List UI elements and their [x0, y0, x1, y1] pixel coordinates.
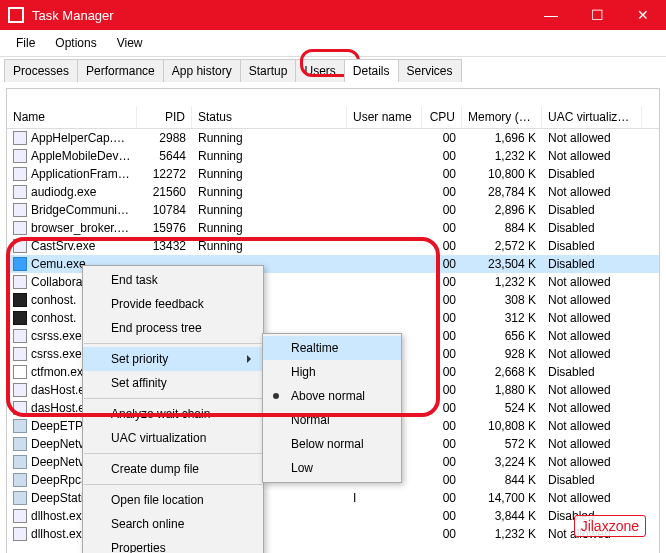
tab-services[interactable]: Services — [398, 59, 462, 82]
process-icon — [13, 131, 27, 145]
cell-uac: Disabled — [542, 509, 642, 523]
cell-mem: 23,504 K — [462, 257, 542, 271]
cell-uac: Disabled — [542, 203, 642, 217]
process-icon — [13, 293, 27, 307]
cm-properties[interactable]: Properties — [83, 536, 263, 553]
col-pid[interactable]: PID — [137, 106, 192, 128]
maximize-button[interactable]: ☐ — [574, 0, 620, 30]
cell-cpu: 00 — [422, 149, 462, 163]
priority-high[interactable]: High — [263, 360, 401, 384]
tab-performance[interactable]: Performance — [77, 59, 164, 82]
cell-cpu: 00 — [422, 383, 462, 397]
cell-status: Running — [192, 149, 347, 163]
cell-cpu: 00 — [422, 329, 462, 343]
tab-startup[interactable]: Startup — [240, 59, 297, 82]
col-cpu[interactable]: CPU — [422, 106, 462, 128]
table-row[interactable]: audiodg.exe21560Running0028,784 KNot all… — [7, 183, 659, 201]
cell-cpu: 00 — [422, 257, 462, 271]
cell-cpu: 00 — [422, 419, 462, 433]
cm-analyze[interactable]: Analyze wait chain — [83, 402, 263, 426]
cm-end-tree[interactable]: End process tree — [83, 316, 263, 340]
cm-provide-feedback[interactable]: Provide feedback — [83, 292, 263, 316]
priority-realtime[interactable]: Realtime — [263, 336, 401, 360]
cell-cpu: 00 — [422, 239, 462, 253]
cm-dump[interactable]: Create dump file — [83, 457, 263, 481]
cell-uac: Not allowed — [542, 401, 642, 415]
minimize-button[interactable]: — — [528, 0, 574, 30]
process-icon — [13, 275, 27, 289]
cell-mem: 14,700 K — [462, 491, 542, 505]
priority-below-normal[interactable]: Below normal — [263, 432, 401, 456]
cell-cpu: 00 — [422, 491, 462, 505]
cell-uac: Not allowed — [542, 329, 642, 343]
cell-pid: 5644 — [137, 149, 192, 163]
process-icon — [13, 221, 27, 235]
cm-separator — [84, 484, 262, 485]
menu-view[interactable]: View — [107, 32, 153, 54]
cell-uac: Disabled — [542, 257, 642, 271]
process-icon — [13, 491, 27, 505]
menu-file[interactable]: File — [6, 32, 45, 54]
titlebar: Task Manager — ☐ ✕ — [0, 0, 666, 30]
cell-uac: Not allowed — [542, 347, 642, 361]
cm-set-priority[interactable]: Set priority — [83, 347, 263, 371]
cell-mem: 10,800 K — [462, 167, 542, 181]
cell-cpu: 00 — [422, 365, 462, 379]
cell-cpu: 00 — [422, 437, 462, 451]
tab-processes[interactable]: Processes — [4, 59, 78, 82]
cell-uac: Disabled — [542, 167, 642, 181]
cell-uac: Disabled — [542, 239, 642, 253]
table-row[interactable]: browser_broker.exe15976Running00884 KDis… — [7, 219, 659, 237]
cell-cpu: 00 — [422, 509, 462, 523]
cell-uac: Not allowed — [542, 527, 642, 541]
process-icon — [13, 185, 27, 199]
cell-uac: Not allowed — [542, 437, 642, 451]
priority-low[interactable]: Low — [263, 456, 401, 480]
tab-users[interactable]: Users — [295, 59, 344, 82]
col-mem[interactable]: Memory (a... — [462, 106, 542, 128]
menu-options[interactable]: Options — [45, 32, 106, 54]
cm-separator — [84, 343, 262, 344]
table-row[interactable]: BridgeCommunicati...10784Running002,896 … — [7, 201, 659, 219]
tab-details[interactable]: Details — [344, 59, 399, 82]
cell-uac: Not allowed — [542, 131, 642, 145]
process-icon — [13, 347, 27, 361]
cell-pid: 10784 — [137, 203, 192, 217]
process-icon — [13, 257, 27, 271]
col-uac[interactable]: UAC virtualizat... — [542, 106, 642, 128]
table-row[interactable]: AppleMobileDeviceS...5644Running001,232 … — [7, 147, 659, 165]
tab-apphistory[interactable]: App history — [163, 59, 241, 82]
cell-cpu: 00 — [422, 293, 462, 307]
cm-uac[interactable]: UAC virtualization — [83, 426, 263, 450]
cell-cpu: 00 — [422, 473, 462, 487]
cell-mem: 28,784 K — [462, 185, 542, 199]
cm-search-online[interactable]: Search online — [83, 512, 263, 536]
cell-mem: 2,572 K — [462, 239, 542, 253]
cm-open-location[interactable]: Open file location — [83, 488, 263, 512]
taskmgr-icon — [8, 7, 24, 23]
cell-cpu: 00 — [422, 131, 462, 145]
close-button[interactable]: ✕ — [620, 0, 666, 30]
col-name[interactable]: Name — [7, 106, 137, 128]
cm-set-affinity[interactable]: Set affinity — [83, 371, 263, 395]
table-row[interactable]: CastSrv.exe13432Running002,572 KDisabled — [7, 237, 659, 255]
cell-mem: 928 K — [462, 347, 542, 361]
cell-mem: 1,232 K — [462, 275, 542, 289]
cell-uac: Disabled — [542, 473, 642, 487]
table-row[interactable]: ApplicationFrameHo...12272Running0010,80… — [7, 165, 659, 183]
cm-end-task[interactable]: End task — [83, 268, 263, 292]
priority-above-normal[interactable]: Above normal — [263, 384, 401, 408]
priority-normal[interactable]: Normal — [263, 408, 401, 432]
process-icon — [13, 167, 27, 181]
col-status[interactable]: Status — [192, 106, 347, 128]
process-icon — [13, 149, 27, 163]
col-user[interactable]: User name — [347, 106, 422, 128]
cell-cpu: 00 — [422, 311, 462, 325]
cell-pid: 21560 — [137, 185, 192, 199]
cm-separator — [84, 453, 262, 454]
cell-cpu: 00 — [422, 455, 462, 469]
cell-name: AppHelperCap.exe — [7, 131, 137, 146]
table-row[interactable]: AppHelperCap.exe2988Running001,696 KNot … — [7, 129, 659, 147]
tab-strip: Processes Performance App history Startu… — [0, 57, 666, 82]
process-icon — [13, 311, 27, 325]
